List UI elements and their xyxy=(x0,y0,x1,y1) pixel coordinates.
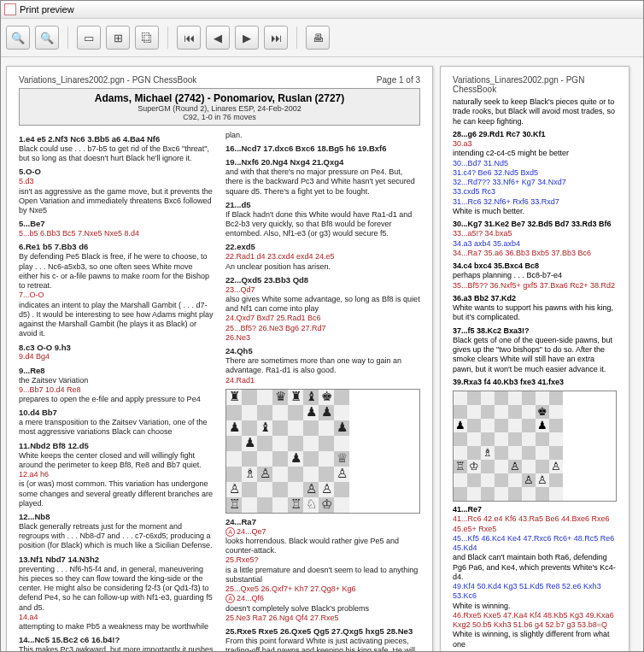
comment: is (or was) most common. This variation … xyxy=(19,479,214,508)
variation: 25.Ne3 Ra7 26.Ng4 Qf4 27.Rxe5 xyxy=(225,614,420,623)
comment: and with that there's no major pressure … xyxy=(225,167,420,197)
comment: looks horrendous. Black would rather giv… xyxy=(225,537,420,556)
comment: Black gets of one of the queen-side pawn… xyxy=(453,336,617,374)
move-line: 28...g6 29.Rd1 Rc7 30.Kf1 xyxy=(453,130,617,139)
variation-marked: A24...Qe7 xyxy=(225,527,420,537)
last-page-button[interactable]: ⏭ xyxy=(264,26,288,50)
sub-variation: 33.cxd5 Rc3 xyxy=(453,187,617,197)
comment: naturally seek to keep Black's pieces qu… xyxy=(453,97,617,126)
comment: preventing . . . Nf6-h5-f4 and, in gener… xyxy=(19,565,214,613)
page-number: Page 1 of 3 xyxy=(377,75,420,85)
comment: isn't as aggressive as the game move, bu… xyxy=(19,187,214,216)
move-line: 25.Rxe5 Rxe5 26.Qxe5 Qg5 27.Qxg5 hxg5 28… xyxy=(225,626,420,637)
comment: and Black can't maintain both Ra6, defen… xyxy=(453,553,617,582)
variation: 24.Rad1 xyxy=(225,376,420,385)
sub-variation: 30...Bd7 31.Nd5 xyxy=(453,159,617,168)
comment: is a little premature and doesn't seem t… xyxy=(225,566,420,585)
game-result: C92, 1-0 in 76 moves xyxy=(23,113,416,121)
move-line: 24...Ra7 xyxy=(225,517,420,527)
page-2-content: naturally seek to keep Black's pieces qu… xyxy=(453,97,617,649)
preview-viewport[interactable]: Variations_Linares2002.pgn - PGN ChessBo… xyxy=(1,57,643,651)
page-file: Variations_Linares2002.pgn - PGN ChessBo… xyxy=(19,75,196,85)
move-line: 41...Re7 xyxy=(453,505,617,514)
first-page-button[interactable]: ⏮ xyxy=(177,26,201,50)
variation: 9.d4 Bg4 xyxy=(19,352,214,361)
sub-variation: 31...Rc6 32.Nf6+ Rxf6 33.Rxd7 xyxy=(453,197,617,207)
comment: White is winning. xyxy=(453,602,617,611)
move-line: 24.Qh5 xyxy=(225,346,420,356)
fit-width-button[interactable]: ⊞ xyxy=(106,26,130,50)
move-line: 36.a3 Bb2 37.Kd2 xyxy=(453,294,617,303)
prev-page-button[interactable]: ◀ xyxy=(206,26,230,50)
variation: 35...Bf5?? 36.Nxf5+ gxf5 37.Bxa6 Rc2+ 38… xyxy=(453,281,617,291)
move-line: 12...Nb8 xyxy=(19,512,214,522)
fit-page-button[interactable]: ▭ xyxy=(77,26,101,50)
variation: 9...Bb7 10.d4 Re8 xyxy=(19,385,214,395)
move-line: 11.Nbd2 Bf8 12.d5 xyxy=(19,441,214,451)
toolbar: 🔍 🔍 ▭ ⊞ ⿻ ⏮ ◀ ▶ ⏭ 🖶 xyxy=(1,19,643,57)
move-line: 5.O-O xyxy=(19,167,214,177)
comment: There are sometimes more than one way to… xyxy=(225,356,420,376)
page-1: Variations_Linares2002.pgn - PGN ChessBo… xyxy=(6,66,433,651)
comment: doesn't completely solve Black's problem… xyxy=(225,604,420,614)
titlebar: Print preview xyxy=(1,1,643,19)
zoom-in-button[interactable]: 🔍 xyxy=(6,26,30,50)
move-line: 9...Re8 xyxy=(19,366,214,376)
variation: 23...Qd7 xyxy=(225,285,420,295)
sub-variation: 32...Rd7?? 33.Nf6+ Kg7 34.Nxd7 xyxy=(453,178,617,187)
variation: 22.Rad1 d4 23.cxd4 exd4 24.e5 xyxy=(225,252,420,261)
comment: If Black hadn't done this White would ha… xyxy=(225,210,420,239)
variation: 5.d3 xyxy=(19,177,214,186)
comment: the Zaitsev Variation xyxy=(19,376,214,385)
comment: White is much better. xyxy=(453,207,617,216)
comment: By defending Pe5 Black is free, if he we… xyxy=(19,252,214,291)
variation: 30.a3 xyxy=(453,139,617,149)
move-line: 30...Kg7 31.Ke2 Be7 32.Bd5 Bd7 33.Rd3 Bf… xyxy=(453,220,617,229)
comment: From this point forward White is just ac… xyxy=(225,637,420,651)
page-2: Variations_Linares2002.pgn - PGN ChessBo… xyxy=(440,66,629,651)
comment: perhaps planning . . . Bc8-b7-e4 xyxy=(453,271,617,280)
variation: 14.a4 xyxy=(19,613,214,622)
variation: 41...Rc6 42.e4 Kf6 43.Ra5 Be6 44.Bxe6 Rx… xyxy=(453,514,617,534)
move-line: 39.Rxa3 f4 40.Kb3 fxe3 41.fxe3 xyxy=(453,378,617,387)
move-line: 5...Be7 xyxy=(19,219,214,229)
move-line: 16...Ncd7 17.dxc6 Bxc6 18.Bg5 h6 19.Bxf6 xyxy=(225,144,420,154)
window-title: Print preview xyxy=(20,4,74,15)
print-preview-window: Print preview 🔍 🔍 ▭ ⊞ ⿻ ⏮ ◀ ▶ ⏭ 🖶 Variat… xyxy=(0,0,644,652)
page-1-content: 1.e4 e5 2.Nf3 Nc6 3.Bb5 a6 4.Ba4 Nf6Blac… xyxy=(19,131,420,651)
comment: prepares to open the e-file and apply pr… xyxy=(19,395,214,404)
variation: 25...Bf5? 26.Ne3 Bg6 27.Rd7 xyxy=(225,324,420,333)
print-button[interactable]: 🖶 xyxy=(306,26,330,50)
variation: 7...O-O xyxy=(19,291,214,300)
move-line: 10.d4 Bb7 xyxy=(19,408,214,418)
variation: 33...a5!? 34.bxa5 xyxy=(453,229,617,238)
game-event: SuperGM (Round 2), Linares ESP, 24-Feb-2… xyxy=(23,104,416,113)
variation: 5...b5 6.Bb3 Bc5 7.Nxe5 Nxe5 8.d4 xyxy=(19,229,214,238)
move-line: 19...Nxf6 20.Ng4 Nxg4 21.Qxg4 xyxy=(225,157,420,167)
comment: a mere transposition to the Zaitsev Vari… xyxy=(19,418,214,438)
variation: 46.Rxe5 Kxe5 47.Ka4 Kf4 48.Kb5 Kg3 49.Kx… xyxy=(453,611,617,631)
comment: also gives White some advantage, so long… xyxy=(225,295,420,314)
variation: 25...Qxe5 26.Qxf7+ Kh7 27.Qg8+ Kg6 xyxy=(225,584,420,594)
next-page-button[interactable]: ▶ xyxy=(235,26,259,50)
sub-variation: 45...Kf5 46.Kc4 Ke4 47.Rxc6 Rc6+ 48.Rc5 … xyxy=(453,534,617,554)
comment: White is winning, is slightly different … xyxy=(453,630,617,649)
comment: Black generally retreats just for the mo… xyxy=(19,522,214,551)
move-line: 8.c3 O-O 9.h3 xyxy=(19,343,214,353)
variation: 26.Ne3 xyxy=(225,333,420,343)
comment: intending c2-c4-c5 might be better xyxy=(453,149,617,158)
zoom-out-button[interactable]: 🔍 xyxy=(35,26,59,50)
move-line: 1.e4 e5 2.Nf3 Nc6 3.Bb5 a6 4.Ba4 Nf6 xyxy=(19,134,214,144)
two-page-button[interactable]: ⿻ xyxy=(135,26,159,50)
comment: Black could use . . . b7-b5 to get rid o… xyxy=(19,144,214,164)
move-line: 22.exd5 xyxy=(225,242,420,252)
variation-marked: A24...Qf6 xyxy=(225,594,420,603)
comment: White keeps the center closed and will w… xyxy=(19,451,214,471)
page-file: Variations_Linares2002.pgn - PGN ChessBo… xyxy=(453,75,617,94)
comment: White wants to support his pawns with hi… xyxy=(453,303,617,323)
variation: 12.a4 h6 xyxy=(19,470,214,479)
game-players: Adams, Michael (2742) - Ponomariov, Rusl… xyxy=(23,92,416,104)
sub-variation: 34.a3 axb4 35.axb4 xyxy=(453,239,617,249)
chess-board: ♜♛♜♝♚♟♟♟♝♟♟♟♕♗♙♙♙♙♙♖♖♘♔ xyxy=(225,389,420,514)
sub-variation: 31.c4? Be6 32.Nd5 Bxd5 xyxy=(453,168,617,178)
